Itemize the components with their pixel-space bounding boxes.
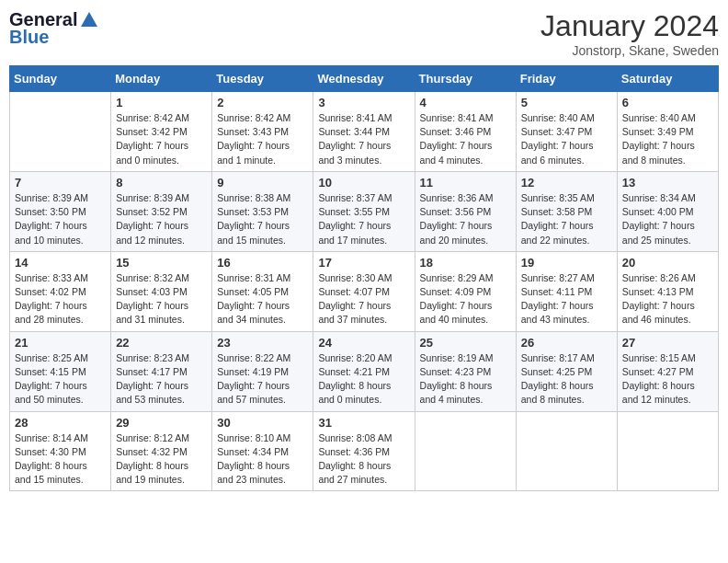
header-thursday: Thursday — [415, 66, 516, 92]
day-number: 9 — [217, 176, 308, 190]
day-info: Sunrise: 8:22 AM Sunset: 4:19 PM Dayligh… — [217, 351, 308, 408]
day-info: Sunrise: 8:33 AM Sunset: 4:02 PM Dayligh… — [15, 271, 106, 327]
day-number: 4 — [420, 96, 511, 109]
day-info: Sunrise: 8:40 AM Sunset: 3:49 PM Dayligh… — [622, 111, 713, 167]
svg-marker-0 — [81, 12, 97, 27]
day-number: 19 — [521, 256, 612, 270]
day-number: 26 — [521, 336, 612, 350]
day-number: 11 — [420, 176, 511, 190]
day-number: 1 — [116, 96, 207, 109]
day-info: Sunrise: 8:37 AM Sunset: 3:55 PM Dayligh… — [318, 191, 409, 247]
header-tuesday: Tuesday — [212, 66, 313, 92]
table-row: 9Sunrise: 8:38 AM Sunset: 3:53 PM Daylig… — [212, 171, 313, 251]
day-number: 16 — [217, 256, 308, 270]
day-info: Sunrise: 8:36 AM Sunset: 3:56 PM Dayligh… — [420, 191, 511, 247]
day-info: Sunrise: 8:42 AM Sunset: 3:43 PM Dayligh… — [217, 111, 308, 167]
day-number: 24 — [318, 336, 409, 350]
day-number: 29 — [116, 416, 207, 430]
day-info: Sunrise: 8:29 AM Sunset: 4:09 PM Dayligh… — [420, 271, 511, 327]
table-row: 10Sunrise: 8:37 AM Sunset: 3:55 PM Dayli… — [313, 171, 415, 251]
day-number: 7 — [15, 176, 106, 190]
day-info: Sunrise: 8:23 AM Sunset: 4:17 PM Dayligh… — [116, 351, 207, 408]
table-row: 6Sunrise: 8:40 AM Sunset: 3:49 PM Daylig… — [617, 92, 718, 172]
day-number: 10 — [318, 176, 409, 190]
table-row: 13Sunrise: 8:34 AM Sunset: 4:00 PM Dayli… — [617, 171, 718, 251]
header-monday: Monday — [111, 66, 212, 92]
table-row — [415, 411, 516, 491]
day-number: 23 — [217, 336, 308, 350]
day-info: Sunrise: 8:40 AM Sunset: 3:47 PM Dayligh… — [521, 111, 612, 167]
table-row — [10, 92, 111, 172]
day-info: Sunrise: 8:39 AM Sunset: 3:50 PM Dayligh… — [15, 191, 106, 247]
day-number: 18 — [420, 256, 511, 270]
table-row: 12Sunrise: 8:35 AM Sunset: 3:58 PM Dayli… — [516, 171, 617, 251]
table-row: 1Sunrise: 8:42 AM Sunset: 3:42 PM Daylig… — [111, 92, 212, 172]
day-info: Sunrise: 8:10 AM Sunset: 4:34 PM Dayligh… — [217, 431, 308, 488]
table-row: 22Sunrise: 8:23 AM Sunset: 4:17 PM Dayli… — [111, 331, 212, 411]
day-info: Sunrise: 8:41 AM Sunset: 3:46 PM Dayligh… — [420, 111, 511, 167]
day-info: Sunrise: 8:20 AM Sunset: 4:21 PM Dayligh… — [318, 351, 409, 408]
table-row: 4Sunrise: 8:41 AM Sunset: 3:46 PM Daylig… — [415, 92, 516, 172]
table-row — [516, 411, 617, 491]
day-number: 20 — [622, 256, 713, 270]
calendar-header-row: Sunday Monday Tuesday Wednesday Thursday… — [10, 66, 719, 92]
header-saturday: Saturday — [617, 66, 718, 92]
logo: General Blue — [9, 9, 99, 48]
day-number: 25 — [420, 336, 511, 350]
table-row: 26Sunrise: 8:17 AM Sunset: 4:25 PM Dayli… — [516, 331, 617, 411]
table-row: 14Sunrise: 8:33 AM Sunset: 4:02 PM Dayli… — [10, 251, 111, 331]
day-number: 27 — [622, 336, 713, 350]
table-row: 29Sunrise: 8:12 AM Sunset: 4:32 PM Dayli… — [111, 411, 212, 491]
header-wednesday: Wednesday — [313, 66, 415, 92]
table-row: 21Sunrise: 8:25 AM Sunset: 4:15 PM Dayli… — [10, 331, 111, 411]
day-info: Sunrise: 8:19 AM Sunset: 4:23 PM Dayligh… — [420, 351, 511, 408]
table-row: 16Sunrise: 8:31 AM Sunset: 4:05 PM Dayli… — [212, 251, 313, 331]
calendar-table: Sunday Monday Tuesday Wednesday Thursday… — [9, 65, 719, 491]
table-row: 17Sunrise: 8:30 AM Sunset: 4:07 PM Dayli… — [313, 251, 415, 331]
day-number: 22 — [116, 336, 207, 350]
day-info: Sunrise: 8:30 AM Sunset: 4:07 PM Dayligh… — [318, 271, 409, 327]
day-info: Sunrise: 8:27 AM Sunset: 4:11 PM Dayligh… — [521, 271, 612, 327]
day-number: 8 — [116, 176, 207, 190]
calendar-week-row: 14Sunrise: 8:33 AM Sunset: 4:02 PM Dayli… — [10, 251, 719, 331]
table-row: 8Sunrise: 8:39 AM Sunset: 3:52 PM Daylig… — [111, 171, 212, 251]
logo-icon — [79, 10, 99, 30]
day-number: 6 — [622, 96, 713, 109]
location-subtitle: Jonstorp, Skane, Sweden — [540, 43, 719, 58]
table-row: 15Sunrise: 8:32 AM Sunset: 4:03 PM Dayli… — [111, 251, 212, 331]
day-number: 2 — [217, 96, 308, 109]
table-row — [617, 411, 718, 491]
table-row: 5Sunrise: 8:40 AM Sunset: 3:47 PM Daylig… — [516, 92, 617, 172]
table-row: 20Sunrise: 8:26 AM Sunset: 4:13 PM Dayli… — [617, 251, 718, 331]
day-number: 3 — [318, 96, 409, 109]
title-block: January 2024 Jonstorp, Skane, Sweden — [540, 9, 719, 58]
day-number: 13 — [622, 176, 713, 190]
calendar-week-row: 21Sunrise: 8:25 AM Sunset: 4:15 PM Dayli… — [10, 331, 719, 411]
day-number: 28 — [15, 416, 106, 430]
day-info: Sunrise: 8:12 AM Sunset: 4:32 PM Dayligh… — [116, 431, 207, 488]
page-header: General Blue January 2024 Jonstorp, Skan… — [9, 9, 719, 58]
day-info: Sunrise: 8:17 AM Sunset: 4:25 PM Dayligh… — [521, 351, 612, 408]
day-number: 14 — [15, 256, 106, 270]
day-info: Sunrise: 8:14 AM Sunset: 4:30 PM Dayligh… — [15, 431, 106, 488]
day-info: Sunrise: 8:15 AM Sunset: 4:27 PM Dayligh… — [622, 351, 713, 408]
day-info: Sunrise: 8:26 AM Sunset: 4:13 PM Dayligh… — [622, 271, 713, 327]
month-year-title: January 2024 — [540, 9, 719, 43]
day-number: 31 — [318, 416, 409, 430]
logo-blue: Blue — [9, 27, 49, 48]
day-info: Sunrise: 8:25 AM Sunset: 4:15 PM Dayligh… — [15, 351, 106, 408]
day-number: 5 — [521, 96, 612, 109]
day-info: Sunrise: 8:32 AM Sunset: 4:03 PM Dayligh… — [116, 271, 207, 327]
day-number: 21 — [15, 336, 106, 350]
table-row: 19Sunrise: 8:27 AM Sunset: 4:11 PM Dayli… — [516, 251, 617, 331]
table-row: 7Sunrise: 8:39 AM Sunset: 3:50 PM Daylig… — [10, 171, 111, 251]
day-info: Sunrise: 8:39 AM Sunset: 3:52 PM Dayligh… — [116, 191, 207, 247]
table-row: 23Sunrise: 8:22 AM Sunset: 4:19 PM Dayli… — [212, 331, 313, 411]
day-number: 12 — [521, 176, 612, 190]
day-number: 30 — [217, 416, 308, 430]
calendar-week-row: 7Sunrise: 8:39 AM Sunset: 3:50 PM Daylig… — [10, 171, 719, 251]
header-friday: Friday — [516, 66, 617, 92]
day-number: 15 — [116, 256, 207, 270]
day-info: Sunrise: 8:34 AM Sunset: 4:00 PM Dayligh… — [622, 191, 713, 247]
table-row: 31Sunrise: 8:08 AM Sunset: 4:36 PM Dayli… — [313, 411, 415, 491]
